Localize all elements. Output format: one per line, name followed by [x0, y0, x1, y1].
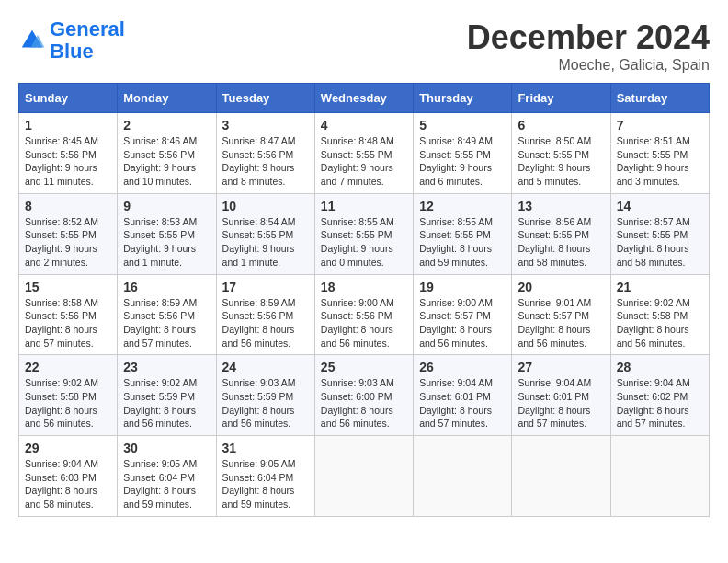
day-info: Sunrise: 9:04 AMSunset: 6:01 PMDaylight:… — [419, 376, 506, 431]
day-info: Sunrise: 9:00 AMSunset: 5:57 PMDaylight:… — [419, 296, 506, 350]
day-number: 6 — [518, 118, 604, 132]
calendar-cell: 29Sunrise: 9:04 AMSunset: 6:03 PMDayligh… — [19, 436, 118, 517]
day-info: Sunrise: 9:04 AMSunset: 6:03 PMDaylight:… — [25, 457, 111, 511]
day-number: 28 — [617, 360, 703, 374]
day-info: Sunrise: 8:55 AMSunset: 5:55 PMDaylight:… — [419, 215, 506, 270]
logo-text: General Blue — [50, 18, 125, 63]
calendar-table: SundayMondayTuesdayWednesdayThursdayFrid… — [18, 83, 710, 517]
day-number: 26 — [419, 360, 506, 374]
day-number: 24 — [222, 360, 309, 374]
weekday-header: Saturday — [610, 84, 709, 113]
calendar-cell: 9Sunrise: 8:53 AMSunset: 5:55 PMDaylight… — [118, 193, 216, 274]
calendar-cell: 19Sunrise: 9:00 AMSunset: 5:57 PMDayligh… — [414, 274, 512, 355]
day-info: Sunrise: 9:00 AMSunset: 5:56 PMDaylight:… — [321, 296, 407, 350]
calendar-cell: 13Sunrise: 8:56 AMSunset: 5:55 PMDayligh… — [512, 193, 610, 274]
day-info: Sunrise: 8:45 AMSunset: 5:56 PMDaylight:… — [25, 134, 111, 189]
day-number: 4 — [321, 118, 407, 132]
location: Moeche, Galicia, Spain — [467, 57, 710, 74]
day-info: Sunrise: 9:04 AMSunset: 6:02 PMDaylight:… — [617, 376, 703, 431]
day-info: Sunrise: 8:53 AMSunset: 5:55 PMDaylight:… — [123, 215, 210, 270]
calendar-cell: 11Sunrise: 8:55 AMSunset: 5:55 PMDayligh… — [314, 193, 413, 274]
day-number: 22 — [25, 360, 111, 374]
day-number: 23 — [123, 360, 210, 374]
day-info: Sunrise: 9:03 AMSunset: 5:59 PMDaylight:… — [222, 376, 309, 431]
day-number: 31 — [222, 441, 309, 455]
day-number: 16 — [123, 280, 210, 294]
calendar-cell: 17Sunrise: 8:59 AMSunset: 5:56 PMDayligh… — [216, 274, 314, 355]
day-number: 13 — [518, 199, 604, 213]
calendar-header-row: SundayMondayTuesdayWednesdayThursdayFrid… — [19, 84, 710, 113]
day-number: 29 — [25, 441, 111, 455]
calendar-cell: 7Sunrise: 8:51 AMSunset: 5:55 PMDaylight… — [610, 113, 709, 194]
day-number: 10 — [222, 199, 309, 213]
calendar-cell: 8Sunrise: 8:52 AMSunset: 5:55 PMDaylight… — [19, 193, 118, 274]
calendar-cell: 6Sunrise: 8:50 AMSunset: 5:55 PMDaylight… — [512, 113, 610, 194]
calendar-week-row: 22Sunrise: 9:02 AMSunset: 5:58 PMDayligh… — [19, 355, 710, 436]
month-title: December 2024 — [467, 18, 710, 57]
day-number: 18 — [321, 280, 407, 294]
weekday-header: Friday — [512, 84, 610, 113]
day-info: Sunrise: 8:52 AMSunset: 5:55 PMDaylight:… — [25, 215, 111, 270]
day-info: Sunrise: 8:48 AMSunset: 5:55 PMDaylight:… — [321, 134, 407, 189]
day-info: Sunrise: 8:47 AMSunset: 5:56 PMDaylight:… — [222, 134, 309, 189]
weekday-header: Tuesday — [216, 84, 314, 113]
calendar-week-row: 8Sunrise: 8:52 AMSunset: 5:55 PMDaylight… — [19, 193, 710, 274]
title-area: December 2024 Moeche, Galicia, Spain — [467, 18, 710, 74]
day-number: 15 — [25, 280, 111, 294]
calendar-cell: 25Sunrise: 9:03 AMSunset: 6:00 PMDayligh… — [314, 355, 413, 436]
day-info: Sunrise: 9:05 AMSunset: 6:04 PMDaylight:… — [123, 457, 210, 511]
calendar-cell: 16Sunrise: 8:59 AMSunset: 5:56 PMDayligh… — [118, 274, 216, 355]
day-number: 20 — [518, 280, 604, 294]
day-info: Sunrise: 8:56 AMSunset: 5:55 PMDaylight:… — [518, 215, 604, 270]
calendar-cell: 10Sunrise: 8:54 AMSunset: 5:55 PMDayligh… — [216, 193, 314, 274]
calendar-cell: 22Sunrise: 9:02 AMSunset: 5:58 PMDayligh… — [19, 355, 118, 436]
calendar-cell: 20Sunrise: 9:01 AMSunset: 5:57 PMDayligh… — [512, 274, 610, 355]
calendar-week-row: 1Sunrise: 8:45 AMSunset: 5:56 PMDaylight… — [19, 113, 710, 194]
day-info: Sunrise: 9:05 AMSunset: 6:04 PMDaylight:… — [222, 457, 309, 511]
day-number: 5 — [419, 118, 506, 132]
day-info: Sunrise: 8:50 AMSunset: 5:55 PMDaylight:… — [518, 134, 604, 189]
calendar-cell: 3Sunrise: 8:47 AMSunset: 5:56 PMDaylight… — [216, 113, 314, 194]
calendar-cell: 30Sunrise: 9:05 AMSunset: 6:04 PMDayligh… — [118, 436, 216, 517]
calendar-cell — [314, 436, 413, 517]
day-number: 12 — [419, 199, 506, 213]
day-info: Sunrise: 8:57 AMSunset: 5:55 PMDaylight:… — [617, 215, 703, 270]
calendar-cell: 23Sunrise: 9:02 AMSunset: 5:59 PMDayligh… — [118, 355, 216, 436]
weekday-header: Thursday — [414, 84, 512, 113]
calendar-cell: 2Sunrise: 8:46 AMSunset: 5:56 PMDaylight… — [118, 113, 216, 194]
calendar-cell: 1Sunrise: 8:45 AMSunset: 5:56 PMDaylight… — [19, 113, 118, 194]
calendar-cell: 14Sunrise: 8:57 AMSunset: 5:55 PMDayligh… — [610, 193, 709, 274]
day-info: Sunrise: 9:01 AMSunset: 5:57 PMDaylight:… — [518, 296, 604, 350]
calendar-cell — [610, 436, 709, 517]
weekday-header: Wednesday — [314, 84, 413, 113]
day-number: 27 — [518, 360, 604, 374]
day-info: Sunrise: 8:59 AMSunset: 5:56 PMDaylight:… — [123, 296, 210, 350]
calendar-cell: 5Sunrise: 8:49 AMSunset: 5:55 PMDaylight… — [414, 113, 512, 194]
day-info: Sunrise: 8:46 AMSunset: 5:56 PMDaylight:… — [123, 134, 210, 189]
day-number: 17 — [222, 280, 309, 294]
day-number: 25 — [321, 360, 407, 374]
logo-icon — [18, 27, 46, 54]
calendar-cell: 27Sunrise: 9:04 AMSunset: 6:01 PMDayligh… — [512, 355, 610, 436]
calendar-cell — [512, 436, 610, 517]
calendar-week-row: 15Sunrise: 8:58 AMSunset: 5:56 PMDayligh… — [19, 274, 710, 355]
day-number: 7 — [617, 118, 703, 132]
page-header: General Blue December 2024 Moeche, Galic… — [18, 18, 710, 74]
day-number: 21 — [617, 280, 703, 294]
logo: General Blue — [18, 18, 125, 63]
weekday-header: Sunday — [19, 84, 118, 113]
calendar-cell: 15Sunrise: 8:58 AMSunset: 5:56 PMDayligh… — [19, 274, 118, 355]
day-number: 19 — [419, 280, 506, 294]
day-info: Sunrise: 8:49 AMSunset: 5:55 PMDaylight:… — [419, 134, 506, 189]
day-number: 9 — [123, 199, 210, 213]
calendar-cell: 21Sunrise: 9:02 AMSunset: 5:58 PMDayligh… — [610, 274, 709, 355]
calendar-cell: 31Sunrise: 9:05 AMSunset: 6:04 PMDayligh… — [216, 436, 314, 517]
day-info: Sunrise: 8:59 AMSunset: 5:56 PMDaylight:… — [222, 296, 309, 350]
day-number: 3 — [222, 118, 309, 132]
day-info: Sunrise: 8:55 AMSunset: 5:55 PMDaylight:… — [321, 215, 407, 270]
day-number: 8 — [25, 199, 111, 213]
calendar-body: 1Sunrise: 8:45 AMSunset: 5:56 PMDaylight… — [19, 113, 710, 517]
day-info: Sunrise: 9:03 AMSunset: 6:00 PMDaylight:… — [321, 376, 407, 431]
calendar-week-row: 29Sunrise: 9:04 AMSunset: 6:03 PMDayligh… — [19, 436, 710, 517]
day-number: 2 — [123, 118, 210, 132]
